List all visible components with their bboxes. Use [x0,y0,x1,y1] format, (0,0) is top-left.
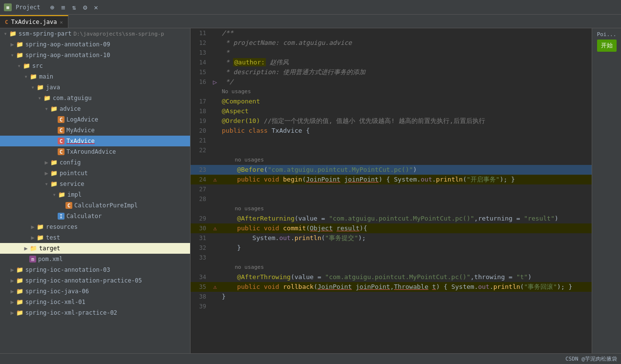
sidebar-item-resources[interactable]: ▶ 📁 resources [0,222,190,232]
expand-arrow: ▾ [22,73,29,80]
maven-icon: m [29,256,36,263]
folder-icon: 📁 [16,266,23,273]
item-label: spring-ioc-annotation-03 [25,266,110,273]
expand-arrow: ▾ [16,62,22,69]
sidebar-item-spring-ioc-annotation-03[interactable]: ▶ 📁 spring-ioc-annotation-03 [0,264,190,275]
code-lines: 11 /** 12 * projectName: com.atguigu.adv… [191,28,592,353]
sidebar-item-java[interactable]: ▾ 📁 java [0,82,190,93]
code-line-27: 27 [191,184,592,194]
code-line-23: 23 @Before("com.atguigu.pointcut.MyPoint… [191,165,592,175]
sidebar-item-spring-aop-10[interactable]: ▾ 📁 spring-aop-annotation-10 [0,50,190,61]
sidebar-item-spring-aop-09[interactable]: ▶ 📁 spring-aop-annotation-09 [0,39,190,50]
sidebar-item-service[interactable]: ▾ 📁 service [0,179,190,189]
item-label: Calculator [66,213,102,220]
expand-arrow: ▶ [22,245,29,252]
class-icon: C [58,138,64,144]
item-label: advice [60,105,81,112]
item-label: src [32,62,43,69]
sidebar-item-ssm-spring-part[interactable]: ▾ 📁 ssm-spring-part D:\javaprojects\ssm-… [0,28,190,39]
item-label: main [39,73,53,80]
code-line-13: 13 * [191,48,592,58]
item-label: impl [67,191,82,198]
item-label: TxAroundAdvice [66,148,116,155]
code-line-31: 31 System.out.println("事务提交"); [191,233,592,243]
sidebar-item-pointcut[interactable]: ▶ 📁 pointcut [0,168,190,179]
item-label: resources [46,223,78,230]
folder-icon: 📁 [22,62,30,69]
code-hint-nousages-1: No usages [191,87,592,97]
item-label: config [60,159,81,166]
expand-arrow: ▶ [43,170,50,177]
close-panel-icon[interactable]: ✕ [92,2,100,12]
item-label: ssm-spring-part [19,30,71,37]
code-line-12: 12 * projectName: com.atguigu.advice [191,38,592,48]
sidebar-item-calculator[interactable]: ▶ I Calculator [0,211,190,222]
sidebar-item-impl[interactable]: ▾ 📁 impl [0,189,190,200]
sidebar-item-test[interactable]: ▶ 📁 test [0,232,190,243]
item-label: java [46,84,60,91]
code-line-30: 30 ⚠ public void commit(Object result){ [191,223,592,233]
class-icon: C [58,127,64,134]
sidebar-item-spring-ioc-java-06[interactable]: ▶ 📁 spring-ioc-java-06 [0,286,190,297]
sidebar-item-txaroundadvice[interactable]: ▶ C TxAroundAdvice [0,146,190,157]
code-line-19: 19 @Order(10) //指定一个优先级的值, 值越小 优先级越高! 越高… [191,116,592,126]
folder-icon: 📁 [16,299,23,305]
tab-close-icon[interactable]: ✕ [60,20,63,25]
sidebar-item-spring-ioc-xml-01[interactable]: ▶ 📁 spring-ioc-xml-01 [0,297,190,307]
code-line-33: 33 [191,253,592,263]
main-layout: ▾ 📁 ssm-spring-part D:\javaprojects\ssm-… [0,28,621,353]
settings-icon[interactable]: ⚙ [81,2,89,12]
sidebar-item-com-atguigu[interactable]: ▾ 📁 com.atguigu [0,93,190,103]
sidebar-item-target[interactable]: ▶ 📁 target [0,243,190,254]
folder-icon: 📁 [36,234,44,241]
sort-icon[interactable]: ≡ [59,2,67,12]
code-line-29: 29 @AfterReturning(value = "com.atguigu.… [191,214,592,223]
code-hint-nousages-3: no usages [191,204,592,214]
sidebar-item-main[interactable]: ▾ 📁 main [0,71,190,82]
sidebar-item-txadvice[interactable]: ▶ C TxAdvice [0,136,190,146]
expand-arrow: ▶ [9,299,16,305]
expand-arrow: ▾ [43,105,50,112]
code-line-14: 14 * @author: 赵伟风 [191,58,592,67]
folder-icon: 📁 [50,170,58,177]
sidebar-item-myadvice[interactable]: ▶ C MyAdvice [0,125,190,136]
code-line-17: 17 @Component [191,97,592,106]
attribution-label: CSDN @芋泥肉松腋袋 [565,355,617,363]
sidebar: ▾ 📁 ssm-spring-part D:\javaprojects\ssm-… [0,28,191,353]
tab-label: TxAdvice.java [11,19,57,25]
expand-arrow: ▶ [9,288,16,295]
expand-arrow: ▶ [9,41,16,48]
item-label: target [39,245,60,252]
sidebar-item-advice[interactable]: ▾ 📁 advice [0,103,190,114]
sidebar-item-config[interactable]: ▶ 📁 config [0,157,190,168]
sidebar-item-pom-xml[interactable]: ▶ m pom.xml [0,254,190,264]
code-line-28: 28 [191,194,592,204]
bottom-bar: CSDN @芋泥肉松腋袋 [0,353,621,364]
start-button[interactable]: 开始 [597,40,617,52]
folder-icon: 📁 [16,52,23,59]
folder-icon: 📁 [9,30,17,37]
item-label: pointcut [60,170,88,177]
sidebar-item-spring-ioc-annotation-practice-05[interactable]: ▶ 📁 spring-ioc-annotation-practice-05 [0,275,190,286]
expand-arrow: ▾ [43,181,50,187]
code-line-20: 20 public class TxAdvice { [191,126,592,136]
folder-icon: 📁 [50,181,58,187]
folder-icon: 📁 [29,73,37,80]
folder-icon: 📁 [16,277,23,284]
expand-arrow: ▶ [9,277,16,284]
code-line-15: 15 * description: 使用普通方式进行事务的添加 [191,67,592,77]
tab-txadvice[interactable]: C TxAdvice.java ✕ [0,15,68,28]
item-label: test [46,234,60,241]
class-icon: C [65,202,72,209]
folder-icon: 📁 [43,95,51,101]
sidebar-item-logadvice[interactable]: ▶ C LogAdvice [0,114,190,125]
title-bar: ▦ Project ⊕ ≡ ⇅ ⚙ ✕ [0,0,621,15]
sidebar-item-spring-ioc-xml-practice-02[interactable]: ▶ 📁 spring-ioc-xml-practice-02 [0,307,190,318]
item-label: spring-ioc-annotation-practice-05 [25,277,142,284]
add-module-icon[interactable]: ⊕ [48,2,56,12]
sidebar-item-src[interactable]: ▾ 📁 src [0,61,190,71]
sidebar-item-calculatorpureimpl[interactable]: ▶ C CalculatorPureImpl [0,200,190,211]
code-editor[interactable]: 11 /** 12 * projectName: com.atguigu.adv… [191,28,592,353]
sort2-icon[interactable]: ⇅ [70,2,78,12]
folder-icon: 📁 [58,191,65,198]
